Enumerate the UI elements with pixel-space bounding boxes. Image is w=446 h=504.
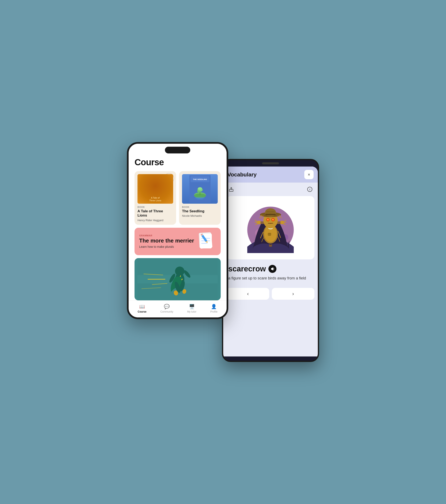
vocab-definition: a figure set up to scare birds away from… bbox=[228, 275, 313, 281]
vocab-close-button[interactable]: × bbox=[304, 170, 314, 179]
phone-right: Vocabulary × i bbox=[222, 159, 319, 362]
nav-community-label: Community bbox=[161, 310, 173, 313]
svg-point-18 bbox=[197, 198, 203, 200]
notch-area bbox=[129, 144, 227, 155]
vocab-header-title: Vocabulary bbox=[227, 171, 257, 178]
vocab-header: Vocabulary × bbox=[223, 166, 318, 182]
community-icon: 💬 bbox=[164, 304, 169, 309]
front-camera bbox=[262, 162, 279, 164]
phone-left: Course 33% bbox=[127, 142, 228, 319]
scarecrow-illustration bbox=[243, 200, 298, 255]
profile-icon: 👤 bbox=[211, 304, 217, 309]
svg-point-4 bbox=[153, 184, 158, 189]
hero-illustration bbox=[137, 258, 218, 300]
book-title-tale: A Tale of Three Lions bbox=[137, 209, 173, 218]
book-cover-seedling: THE SEEDLING bbox=[182, 174, 218, 204]
svg-marker-76 bbox=[271, 267, 273, 270]
audio-icon bbox=[270, 267, 275, 271]
phone-right-status bbox=[223, 160, 318, 166]
tutor-icon: 🖥️ bbox=[189, 304, 195, 309]
grammar-label: GRAMMAR bbox=[139, 234, 197, 237]
info-icon: i bbox=[307, 187, 313, 192]
phones-container: Course 33% bbox=[127, 142, 319, 362]
notch bbox=[165, 147, 190, 153]
phone-right-bottom bbox=[223, 357, 318, 361]
svg-point-64 bbox=[265, 208, 276, 217]
vocab-word-row: scarecrow bbox=[228, 265, 313, 273]
svg-point-1 bbox=[152, 187, 159, 193]
svg-point-3 bbox=[152, 183, 159, 190]
course-icon: 📖 bbox=[139, 304, 145, 309]
book-type-seedling: BOOK bbox=[182, 206, 218, 208]
book-card-seedling[interactable]: THE SEEDLING bbox=[179, 171, 221, 225]
vocab-word: scarecrow bbox=[228, 265, 266, 273]
audio-button[interactable] bbox=[268, 265, 277, 273]
nav-tutor-label: My tutor bbox=[187, 310, 196, 313]
seedling-illustration: THE SEEDLING bbox=[189, 175, 210, 203]
book-cover-text-tale: A Tale ofThree Lions bbox=[137, 197, 173, 202]
power-button[interactable] bbox=[318, 198, 319, 211]
books-grid: 33% bbox=[134, 171, 221, 225]
svg-point-7 bbox=[159, 185, 161, 187]
course-title: Course bbox=[134, 157, 221, 167]
nav-profile-label: Profile bbox=[210, 310, 218, 313]
vocab-nav-buttons: ‹ › bbox=[223, 285, 318, 305]
grammar-subtitle: Learn how to make plurals bbox=[139, 245, 197, 248]
nav-profile[interactable]: 👤 Profile bbox=[210, 304, 218, 313]
vocab-word-area: scarecrow a figure set up to scare birds… bbox=[223, 259, 318, 285]
grammar-title: The more the merrier bbox=[139, 238, 197, 244]
svg-rect-65 bbox=[265, 214, 276, 215]
svg-point-2 bbox=[153, 184, 158, 189]
course-screen: Course 33% bbox=[129, 155, 227, 300]
book-card-tale[interactable]: 33% bbox=[134, 171, 176, 225]
grammar-card[interactable]: GRAMMAR The more the merrier Learn how t… bbox=[134, 228, 221, 255]
svg-point-33 bbox=[175, 267, 184, 276]
next-button[interactable]: › bbox=[272, 288, 315, 300]
nav-tutor[interactable]: 🖥️ My tutor bbox=[187, 304, 196, 313]
svg-point-0 bbox=[147, 180, 164, 197]
share-button[interactable] bbox=[227, 185, 235, 193]
hero-card[interactable] bbox=[134, 258, 221, 300]
nav-course[interactable]: 📖 Course bbox=[138, 304, 146, 313]
svg-text:THE SEEDLING: THE SEEDLING bbox=[193, 178, 207, 180]
prev-button[interactable]: ‹ bbox=[227, 288, 269, 300]
svg-point-6 bbox=[156, 186, 156, 187]
close-icon: × bbox=[308, 172, 310, 177]
svg-point-73 bbox=[272, 219, 273, 220]
prev-icon: ‹ bbox=[247, 291, 249, 297]
grammar-icon bbox=[197, 232, 216, 251]
book-author-seedling: Nicole Michaelis bbox=[182, 214, 218, 217]
info-button[interactable]: i bbox=[306, 185, 314, 193]
svg-text:i: i bbox=[309, 188, 310, 191]
vocab-toolbar: i bbox=[223, 182, 318, 196]
book-title-seedling: The Seedling bbox=[182, 209, 218, 213]
next-icon: › bbox=[292, 291, 294, 297]
lion-illustration bbox=[145, 178, 166, 199]
grammar-text: GRAMMAR The more the merrier Learn how t… bbox=[139, 234, 197, 248]
bottom-nav: 📖 Course 💬 Community 🖥️ My tutor 👤 Profi… bbox=[129, 300, 227, 317]
svg-point-72 bbox=[267, 219, 268, 220]
svg-point-16 bbox=[198, 187, 202, 190]
book-cover-tale: A Tale ofThree Lions bbox=[137, 174, 173, 204]
nav-community[interactable]: 💬 Community bbox=[161, 304, 173, 313]
svg-point-5 bbox=[154, 186, 155, 187]
book-author-tale: Henry Rider Haggard bbox=[137, 219, 173, 222]
vocab-image-area bbox=[227, 196, 315, 259]
book-type-tale: BOOK bbox=[137, 206, 173, 208]
share-icon bbox=[229, 187, 234, 192]
nav-course-label: Course bbox=[138, 310, 146, 313]
vocab-screen: Vocabulary × i bbox=[223, 166, 318, 357]
